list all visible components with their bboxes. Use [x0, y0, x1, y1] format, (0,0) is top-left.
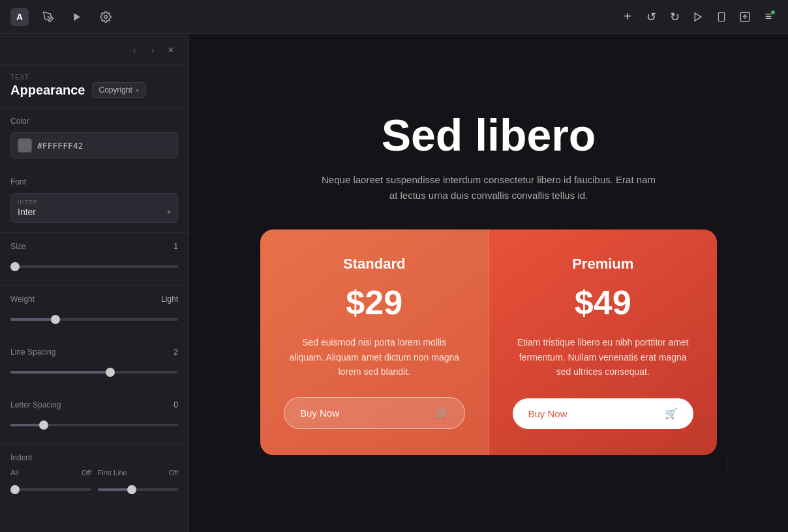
- weight-section: Weight Light: [0, 286, 189, 338]
- line-spacing-slider-track: [10, 371, 178, 374]
- preview-play-icon[interactable]: [689, 8, 707, 26]
- svg-point-0: [48, 16, 50, 18]
- toolbar-left: A: [10, 8, 115, 26]
- panel-back-button[interactable]: ‹: [127, 43, 142, 57]
- play-icon[interactable]: [68, 8, 86, 26]
- settings-icon[interactable]: [97, 8, 115, 26]
- app-logo[interactable]: A: [10, 8, 29, 26]
- canvas-area: Sed libero Neque laoreet suspendisse int…: [189, 34, 788, 532]
- chevron-down-icon: ▾: [136, 87, 139, 94]
- font-label-small: INTER: [18, 199, 171, 205]
- line-spacing-slider-thumb[interactable]: [106, 368, 115, 377]
- svg-marker-1: [74, 13, 80, 21]
- standard-buy-label: Buy Now: [300, 407, 339, 419]
- font-section: Font INTER Inter ▾: [0, 168, 189, 233]
- color-hex-value: #FFFFFF42: [37, 141, 83, 151]
- pricing-cards: Standard $29 Sed euismod nisi porta lore…: [260, 229, 717, 455]
- letter-spacing-slider-thumb[interactable]: [39, 421, 48, 430]
- indent-all-track: [10, 488, 91, 491]
- line-spacing-slider[interactable]: [10, 363, 178, 381]
- indent-first-line-slider[interactable]: [98, 480, 179, 499]
- copyright-badge[interactable]: Copyright ▾: [92, 82, 146, 98]
- panel-title-row: Appearance Copyright ▾: [0, 82, 189, 107]
- panel-header-actions: ‹ › ×: [127, 43, 178, 57]
- undo-icon[interactable]: ↺: [642, 8, 660, 26]
- standard-plan-name: Standard: [284, 256, 465, 273]
- indent-all-value: Off: [82, 469, 91, 477]
- premium-buy-label: Buy Now: [528, 408, 568, 419]
- color-label: Color: [10, 117, 178, 126]
- menu-icon[interactable]: ≡: [759, 8, 778, 26]
- indent-section: Indent All Off Firs: [0, 444, 189, 508]
- add-icon[interactable]: +: [618, 8, 637, 26]
- size-slider[interactable]: [10, 258, 178, 276]
- color-swatch[interactable]: [18, 138, 32, 153]
- panel-close-button[interactable]: ×: [164, 43, 178, 57]
- hero-subtitle: Neque laoreet suspendisse interdum conse…: [319, 172, 658, 203]
- publish-icon[interactable]: [736, 8, 754, 26]
- font-name-value: Inter: [18, 207, 36, 217]
- mobile-icon[interactable]: [712, 8, 731, 26]
- letter-spacing-slider[interactable]: [10, 416, 178, 434]
- svg-point-2: [104, 15, 108, 18]
- panel-forward-button[interactable]: ›: [145, 43, 160, 57]
- line-spacing-section: Line Spacing 2: [0, 338, 189, 391]
- size-slider-track: [10, 265, 178, 268]
- redo-icon[interactable]: ↻: [665, 8, 684, 26]
- weight-label: Weight: [10, 295, 35, 304]
- panel-header: ‹ › ×: [0, 34, 189, 65]
- indent-all-slider[interactable]: [10, 480, 91, 499]
- standard-description: Sed euismod nisi porta lorem mollis aliq…: [284, 335, 465, 379]
- weight-slider[interactable]: [10, 310, 178, 329]
- indent-first-line-thumb[interactable]: [127, 485, 136, 494]
- pen-tool-icon[interactable]: [39, 8, 57, 26]
- panel-title: Appearance: [10, 83, 85, 98]
- indent-all-thumb[interactable]: [10, 485, 20, 494]
- weight-slider-fill: [10, 318, 55, 321]
- hero-title: Sed libero: [382, 111, 596, 160]
- font-chevron-icon: ▾: [167, 207, 171, 216]
- letter-spacing-section: Letter Spacing 0: [0, 391, 189, 444]
- standard-buy-button[interactable]: Buy Now 🛒: [284, 397, 465, 429]
- indent-first-line-label-row: First Line Off: [98, 469, 179, 477]
- line-spacing-slider-fill: [10, 371, 111, 374]
- letter-spacing-value: 0: [174, 400, 178, 409]
- size-section: Size 1: [0, 233, 189, 286]
- main-layout: ‹ › × TEXT Appearance Copyright ▾ Color …: [0, 34, 788, 532]
- size-value: 1: [174, 242, 178, 251]
- indent-first-line-label: First Line: [98, 469, 127, 477]
- indent-first-line-value: Off: [169, 469, 178, 477]
- premium-buy-button[interactable]: Buy Now 🛒: [513, 398, 694, 429]
- copyright-badge-label: Copyright: [99, 85, 132, 95]
- size-label: Size: [10, 242, 25, 251]
- panel-section-label: TEXT: [0, 65, 189, 82]
- svg-marker-3: [695, 13, 701, 21]
- weight-slider-thumb[interactable]: [51, 315, 60, 324]
- color-section: Color #FFFFFF42: [0, 108, 189, 168]
- indent-all-label-row: All Off: [10, 469, 91, 477]
- line-spacing-label-row: Line Spacing 2: [10, 347, 178, 357]
- font-label: Font: [10, 177, 178, 186]
- indent-first-line-track: [98, 488, 179, 491]
- indent-grid: All Off First Line Off: [10, 469, 178, 499]
- standard-price: $29: [284, 283, 465, 322]
- indent-all-col: All Off: [10, 469, 91, 499]
- color-input-row[interactable]: #FFFFFF42: [10, 132, 178, 158]
- toolbar-right: + ↺ ↻ ≡: [618, 8, 778, 26]
- weight-slider-track: [10, 318, 178, 321]
- indent-all-label: All: [10, 469, 18, 477]
- font-name-row: Inter ▾: [18, 207, 171, 217]
- weight-label-row: Weight Light: [10, 295, 178, 304]
- letter-spacing-label: Letter Spacing: [10, 400, 61, 409]
- letter-spacing-slider-track: [10, 424, 178, 426]
- size-label-row: Size 1: [10, 242, 178, 251]
- cart-icon-premium: 🛒: [665, 407, 678, 420]
- weight-value: Light: [161, 295, 178, 304]
- canvas-content: Sed libero Neque laoreet suspendisse int…: [260, 111, 717, 456]
- size-slider-thumb[interactable]: [10, 262, 20, 271]
- indent-label: Indent: [10, 453, 178, 462]
- standard-card: Standard $29 Sed euismod nisi porta lore…: [260, 229, 489, 455]
- top-toolbar: A + ↺ ↻: [0, 0, 788, 34]
- font-selector[interactable]: INTER Inter ▾: [10, 193, 178, 223]
- line-spacing-value: 2: [174, 347, 178, 357]
